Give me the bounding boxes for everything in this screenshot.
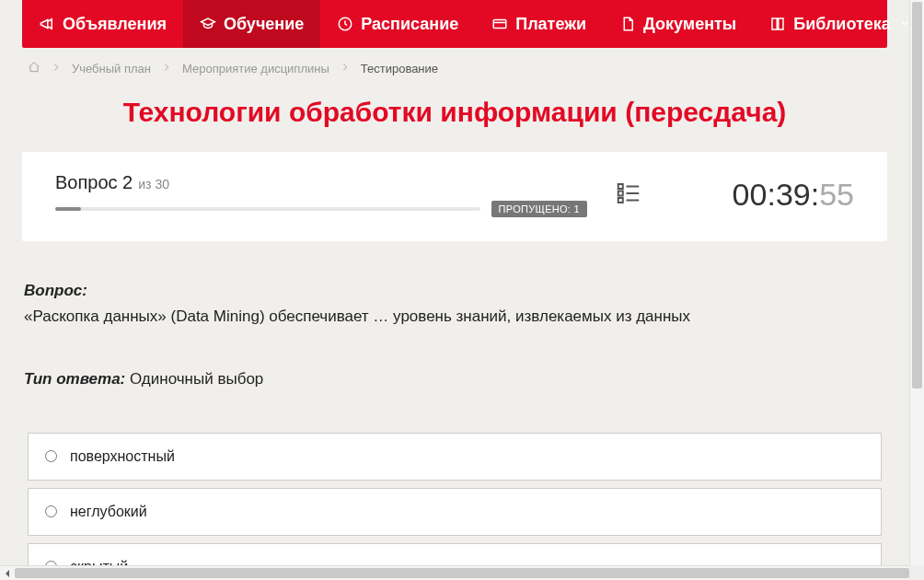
nav-documents[interactable]: Документы [603,0,753,48]
answer-type: Тип ответа: Одиночный выбор [24,370,885,389]
quiz-status-panel: Вопрос 2 из 30 ПРОПУЩЕНО: 1 [22,152,887,241]
question-label: Вопрос: [24,282,885,300]
chevron-right-icon [160,61,173,76]
svg-rect-1 [493,20,506,29]
nav-label: Обучение [224,15,304,34]
nav-announcements[interactable]: Объявления [22,0,183,48]
scroll-left-icon[interactable] [0,566,15,580]
question-number-label: Вопрос 2 [55,172,133,193]
progress-bar [55,207,480,211]
question-total: из 30 [138,177,169,191]
svg-rect-4 [618,198,623,203]
nav-label: Библиотека [793,15,891,34]
nav-label: Платежи [515,15,586,34]
question-grid-icon[interactable] [615,180,642,211]
answer-text: поверхностный [70,448,175,465]
nav-label: Объявления [63,15,167,34]
page-title: Технологии обработки информации (пересда… [22,97,887,128]
breadcrumb: Учебный план Мероприятие дисциплины Тест… [22,48,887,89]
answer-option[interactable]: поверхностный [28,433,882,481]
breadcrumb-link[interactable]: Мероприятие дисциплины [182,62,329,75]
answer-text: неглубокий [70,504,147,520]
chevron-right-icon [50,61,63,76]
breadcrumb-current: Тестирование [361,62,438,75]
chevron-right-icon [339,61,352,76]
clock-icon [337,16,353,32]
question-text: «Раскопка данных» (Data Mining) обеспечи… [24,306,885,328]
timer: 00:39:55 [670,177,854,213]
card-icon [491,16,508,32]
question-body: Вопрос: «Раскопка данных» (Data Mining) … [22,282,887,389]
graduation-icon [200,16,216,32]
book-icon [769,16,786,32]
answer-option[interactable]: скрытый [28,543,882,565]
megaphone-icon [39,16,55,32]
answer-text: скрытый [70,559,128,565]
nav-label: Документы [643,15,736,34]
answers-list: поверхностный неглубокий скрытый [22,433,887,565]
nav-label: Расписание [361,15,458,34]
scrollbar-thumb[interactable] [912,2,922,389]
home-icon[interactable] [28,61,40,76]
scrollbar-corner [909,565,924,580]
nav-education[interactable]: Обучение [183,0,320,48]
nav-schedule[interactable]: Расписание [320,0,475,48]
top-nav: Объявления Обучение Расписание [22,0,887,48]
skipped-badge: ПРОПУЩЕНО: 1 [491,201,587,217]
breadcrumb-link[interactable]: Учебный план [72,62,151,75]
vertical-scrollbar[interactable] [909,0,924,565]
svg-rect-3 [618,191,623,195]
answer-option[interactable]: неглубокий [28,488,882,536]
answer-radio[interactable] [45,450,57,462]
horizontal-scrollbar[interactable] [0,565,924,580]
scrollbar-thumb[interactable] [15,568,909,578]
answer-radio[interactable] [45,505,57,517]
svg-rect-2 [618,184,623,189]
nav-library[interactable]: Библиотека [753,0,909,48]
document-icon [619,16,636,32]
nav-payments[interactable]: Платежи [475,0,603,48]
chevron-down-icon [898,15,909,34]
